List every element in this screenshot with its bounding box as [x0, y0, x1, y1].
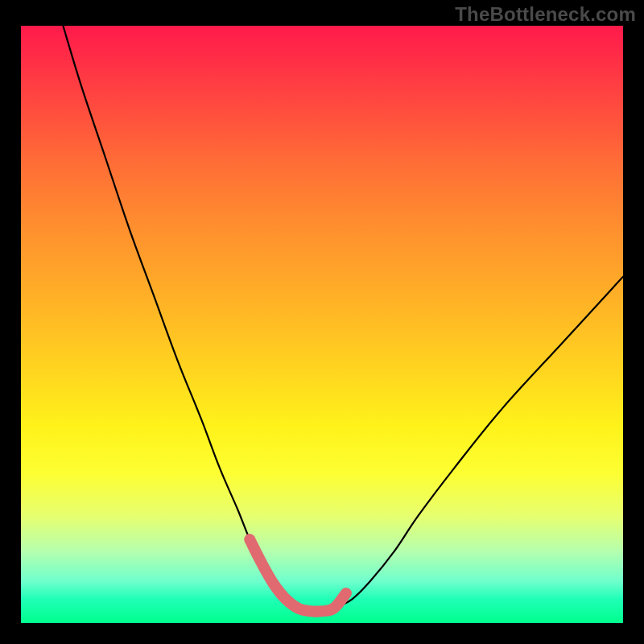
bottleneck-curve [63, 26, 623, 612]
plot-area [21, 26, 623, 623]
chart-svg [21, 26, 623, 623]
highlight-band [250, 539, 346, 612]
watermark-text: TheBottleneck.com [455, 3, 636, 26]
chart-frame: TheBottleneck.com [0, 0, 644, 644]
